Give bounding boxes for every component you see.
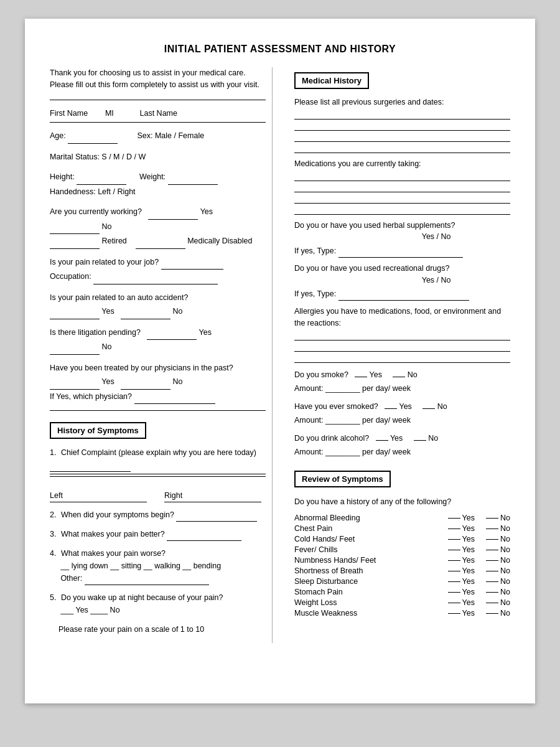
height-weight-line: Height: Weight: Handedness: Left / Right (50, 170, 266, 199)
sex-label: Sex: Male / Female (137, 131, 204, 140)
litigation-line: Is there litigation pending? Yes No (50, 326, 266, 355)
med-line-2[interactable] (294, 184, 510, 192)
weight-label: Weight: (139, 172, 166, 181)
litigation-label: Is there litigation pending? (50, 328, 141, 337)
ever-smoked-label: Have you ever smoked? (294, 402, 378, 411)
pain-scale-text: Please rate your pain on a scale of 1 to… (58, 625, 204, 634)
alcohol-yes: Yes (390, 434, 403, 443)
review-item-fever: Fever/ Chills Yes No (294, 545, 510, 554)
height-label: Height: (50, 172, 75, 181)
pain-job-label: Is your pain related to your job? (50, 258, 159, 266)
working-no-line[interactable] (50, 220, 100, 235)
which-physician-label: If Yes, which physician? (50, 392, 132, 401)
smoke-line: Do you smoke? Yes No Amount: ________ pe… (294, 368, 510, 396)
handedness-label: Handedness: Left / Right (50, 187, 136, 196)
med-line-3[interactable] (294, 195, 510, 204)
working-yes-label: Yes (200, 207, 213, 216)
review-item-stomach: Stomach Pain Yes No (294, 588, 510, 596)
symptom-item-4: 4. What makes your pain worse? __ lying … (50, 547, 266, 585)
alcohol-label: Do you drink alcohol? (294, 434, 369, 443)
drugs-label: Do you or have you used recreational dru… (294, 263, 510, 286)
litigation-yes-line[interactable] (147, 326, 197, 341)
other-label: Other: (60, 574, 82, 583)
occupation-field[interactable] (93, 270, 218, 284)
name-underline (50, 122, 266, 123)
auto-yes-label: Yes (101, 307, 114, 316)
herbal-type-field[interactable] (338, 245, 463, 258)
symptom-item-1: 1. Chief Complaint (please explain why y… (50, 446, 266, 502)
med-disabled-line[interactable] (136, 234, 185, 249)
chief-complaint-line[interactable] (50, 459, 131, 472)
first-name-label: First Name (50, 109, 88, 118)
allergy-line-3[interactable] (294, 354, 510, 363)
med-line-1[interactable] (294, 172, 510, 181)
page: INITIAL PATIENT ASSESSMENT AND HISTORY T… (25, 19, 535, 703)
treated-no-line[interactable] (121, 375, 170, 390)
ever-smoked-amount: Amount: ________ per day/ week (294, 416, 411, 425)
allergy-line-2[interactable] (294, 343, 510, 352)
occupation-label: Occupation: (50, 272, 91, 281)
smoke-no: No (408, 370, 418, 379)
ever-smoked-no: No (437, 402, 447, 411)
med-line-4[interactable] (294, 206, 510, 215)
review-intro: Do you have a history of any of the foll… (294, 495, 510, 509)
auto-yes-line[interactable] (50, 304, 100, 319)
review-item-shortness: Shortness of Breath Yes No (294, 566, 510, 575)
drugs-yes-no: Yes / No (422, 276, 451, 284)
drugs-type-field[interactable] (338, 288, 469, 301)
history-section-box: History of Symptoms (50, 422, 146, 439)
left-column: Thank you for choosing us to assist in y… (50, 67, 273, 643)
herbal-label: Do you or have you used herbal supplemen… (294, 220, 510, 243)
symptoms-begin-field[interactable] (176, 509, 257, 522)
pain-better-field[interactable] (167, 528, 241, 541)
herbal-section: Do you or have you used herbal supplemen… (294, 220, 510, 258)
smoke-amount: Amount: ________ per day/ week (294, 384, 411, 393)
allergies-section: Allergies you have to medications, food,… (294, 306, 510, 363)
age-field[interactable] (68, 129, 118, 144)
ever-smoked-yes: Yes (399, 402, 411, 411)
other-field[interactable] (85, 572, 209, 585)
height-field[interactable] (77, 170, 126, 185)
treated-yes-line[interactable] (50, 375, 100, 390)
treated-label: Have you been treated by our physicians … (50, 364, 233, 372)
review-item-numbness: Numbness Hands/ Feet Yes No (294, 556, 510, 565)
surgery-line-3[interactable] (294, 133, 510, 142)
working-no-label: No (101, 222, 111, 231)
surgery-line-2[interactable] (294, 122, 510, 131)
surgery-line-4[interactable] (294, 144, 510, 153)
allergies-label: Allergies you have to medications, food,… (294, 306, 510, 329)
alcohol-line: Do you drink alcohol? Yes No Amount: ___… (294, 431, 510, 459)
pain-job-line: Is your pain related to your job? Occupa… (50, 255, 266, 284)
review-items-list: Abnormal Bleeding Yes No Chest Pain Yes … (294, 514, 510, 618)
symptom-item-2: 2. When did your symptoms begin? (50, 509, 266, 522)
treated-yes-label: Yes (101, 377, 114, 386)
litigation-no-line[interactable] (50, 340, 100, 355)
auto-no-line[interactable] (121, 304, 170, 319)
right-field[interactable]: Right (164, 489, 261, 502)
surgeries-label: Please list all previous surgeries and d… (294, 96, 510, 108)
which-physician-field[interactable] (134, 390, 215, 405)
auto-no-label: No (173, 307, 183, 316)
drugs-type-label: If yes, Type: (294, 288, 510, 301)
smoke-label: Do you smoke? (294, 370, 348, 379)
left-field[interactable]: Left (50, 489, 147, 502)
allergy-line-1[interactable] (294, 332, 510, 341)
pain-job-field[interactable] (161, 255, 223, 270)
auto-accident-line: Is your pain related to an auto accident… (50, 291, 266, 319)
age-label: Age: (50, 131, 66, 140)
alcohol-no: No (428, 434, 438, 443)
age-sex-line: Age: Sex: Male / Female (50, 129, 266, 144)
weight-field[interactable] (168, 170, 218, 185)
retired-line[interactable] (50, 234, 100, 249)
page-title: INITIAL PATIENT ASSESSMENT AND HISTORY (50, 44, 510, 55)
working-yes-line[interactable] (148, 205, 198, 220)
herbal-type-label: If yes, Type: (294, 245, 510, 258)
review-item-abnormal-bleeding: Abnormal Bleeding Yes No (294, 514, 510, 522)
pain-scale-line: Please rate your pain on a scale of 1 to… (50, 622, 266, 637)
review-section-box: Review of Symptoms (294, 471, 391, 487)
surgery-line-1[interactable] (294, 111, 510, 120)
review-item-sleep: Sleep Disturbance Yes No (294, 577, 510, 586)
mi-label: MI (105, 109, 114, 118)
right-column: Medical History Please list all previous… (291, 67, 510, 643)
treated-no-label: No (173, 377, 183, 386)
